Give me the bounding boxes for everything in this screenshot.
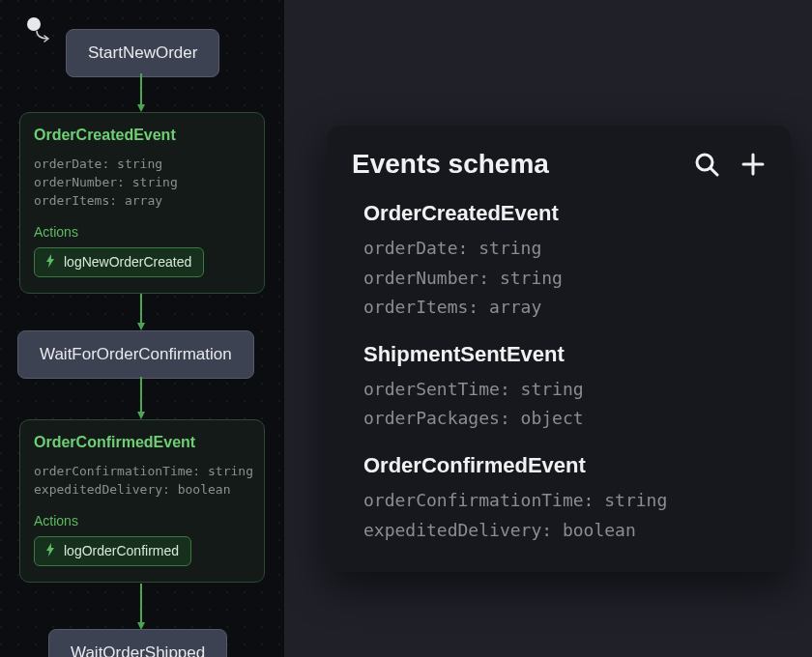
event-fields: orderDate: string orderNumber: string or… (34, 156, 250, 211)
right-panel: Events schema OrderCreatedEvent orderDat… (284, 0, 812, 657)
schema-event-title: ShipmentSentEvent (352, 342, 766, 367)
bolt-icon (44, 543, 56, 559)
schema-event-title: OrderCreatedEvent (352, 201, 766, 226)
schema-header: Events schema (352, 149, 766, 180)
event-node-order-confirmed[interactable]: OrderConfirmedEvent orderConfirmationTim… (19, 419, 265, 583)
schema-event-fields: orderDate: string orderNumber: string or… (352, 234, 766, 323)
connector-arrow (137, 294, 145, 334)
event-fields: orderConfirmationTime: string expeditedD… (34, 463, 250, 500)
action-label: logOrderConfirmed (64, 543, 179, 558)
entry-point (27, 17, 41, 31)
connector-arrow (137, 584, 145, 634)
schema-event-order-created[interactable]: OrderCreatedEvent orderDate: string orde… (352, 201, 766, 323)
flow-diagram-canvas[interactable]: StartNewOrder OrderCreatedEvent orderDat… (0, 0, 284, 657)
schema-event-fields: orderConfirmationTime: string expeditedD… (352, 486, 766, 545)
entry-arrow-icon (35, 31, 54, 43)
event-node-order-created[interactable]: OrderCreatedEvent orderDate: string orde… (19, 112, 265, 294)
schema-event-order-confirmed[interactable]: OrderConfirmedEvent orderConfirmationTim… (352, 453, 766, 545)
action-chip-log-new-order[interactable]: logNewOrderCreated (34, 247, 204, 277)
search-icon[interactable] (694, 152, 719, 177)
action-chip-log-order-confirmed[interactable]: logOrderConfirmed (34, 536, 191, 566)
state-start-new-order[interactable]: StartNewOrder (66, 29, 219, 77)
schema-event-shipment-sent[interactable]: ShipmentSentEvent orderSentTime: string … (352, 342, 766, 434)
entry-circle-icon (27, 17, 41, 31)
bolt-icon (44, 254, 56, 271)
svg-line-5 (710, 168, 717, 175)
actions-label: Actions (34, 513, 250, 528)
actions-label: Actions (34, 224, 250, 240)
event-title: OrderCreatedEvent (34, 127, 250, 144)
schema-event-fields: orderSentTime: string orderPackages: obj… (352, 375, 766, 434)
state-label: WaitForOrderConfirmation (40, 345, 232, 363)
state-wait-for-confirmation[interactable]: WaitForOrderConfirmation (17, 330, 254, 379)
add-icon[interactable] (740, 152, 766, 177)
state-label: StartNewOrder (88, 43, 197, 62)
schema-event-title: OrderConfirmedEvent (352, 453, 766, 478)
state-wait-order-shipped[interactable]: WaitOrderShipped (48, 629, 227, 657)
events-schema-panel: Events schema OrderCreatedEvent orderDat… (327, 126, 791, 572)
event-title: OrderConfirmedEvent (34, 434, 250, 451)
action-label: logNewOrderCreated (64, 254, 191, 270)
connector-arrow (137, 377, 145, 423)
state-label: WaitOrderShipped (71, 643, 205, 657)
schema-title: Events schema (352, 149, 694, 180)
connector-arrow (137, 73, 145, 116)
